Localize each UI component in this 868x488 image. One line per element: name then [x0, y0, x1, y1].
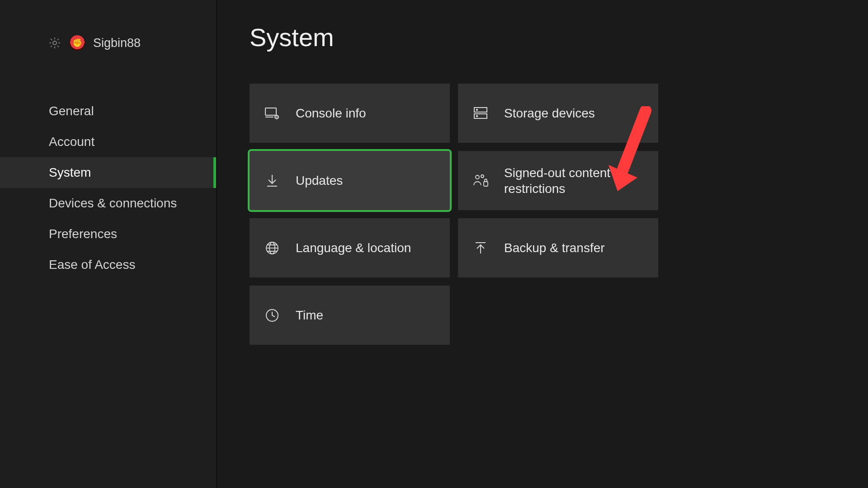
profile-row: ✊ Sigbin88 [0, 35, 216, 51]
console-icon [264, 107, 280, 120]
svg-point-11 [481, 175, 484, 178]
sidebar-item-devices-connections[interactable]: Devices & connections [0, 188, 216, 219]
sidebar-item-system[interactable]: System [0, 157, 216, 188]
tile-updates[interactable]: Updates [250, 151, 450, 210]
upload-icon [472, 241, 489, 255]
sidebar-item-account[interactable]: Account [0, 127, 216, 157]
tile-label: Signed-out content restrictions [504, 165, 640, 197]
globe-icon [264, 241, 280, 255]
tile-label: Updates [296, 173, 343, 188]
svg-rect-12 [484, 182, 488, 186]
settings-sidebar: ✊ Sigbin88 General Account System Device… [0, 0, 217, 488]
system-tile-grid: Console info Storage devices [250, 84, 659, 345]
tile-console-info[interactable]: Console info [250, 84, 450, 143]
download-icon [264, 174, 280, 188]
svg-point-10 [476, 175, 479, 179]
sidebar-nav: General Account System Devices & connect… [0, 96, 216, 280]
svg-point-6 [476, 109, 477, 110]
tile-label: Console info [296, 105, 366, 121]
storage-icon [472, 106, 489, 121]
tile-label: Time [296, 307, 323, 323]
sidebar-item-ease-of-access[interactable]: Ease of Access [0, 249, 216, 280]
sidebar-item-preferences[interactable]: Preferences [0, 219, 216, 249]
tile-label: Storage devices [504, 105, 595, 121]
username: Sigbin88 [93, 36, 141, 50]
tile-signed-out-restrictions[interactable]: Signed-out content restrictions [458, 151, 658, 210]
main-content: System Console info [217, 0, 868, 488]
svg-point-7 [476, 115, 477, 116]
family-lock-icon [472, 174, 489, 188]
sidebar-item-general[interactable]: General [0, 96, 216, 127]
tile-storage-devices[interactable]: Storage devices [458, 84, 658, 143]
gear-icon [48, 36, 61, 50]
tile-label: Backup & transfer [504, 240, 605, 256]
tile-backup-transfer[interactable]: Backup & transfer [458, 218, 658, 277]
tile-language-location[interactable]: Language & location [250, 218, 450, 277]
svg-rect-1 [265, 108, 276, 115]
svg-point-0 [53, 41, 57, 45]
clock-icon [264, 308, 280, 323]
avatar: ✊ [70, 35, 85, 51]
tile-time[interactable]: Time [250, 286, 450, 345]
tile-label: Language & location [296, 240, 411, 256]
page-title: System [250, 23, 868, 52]
